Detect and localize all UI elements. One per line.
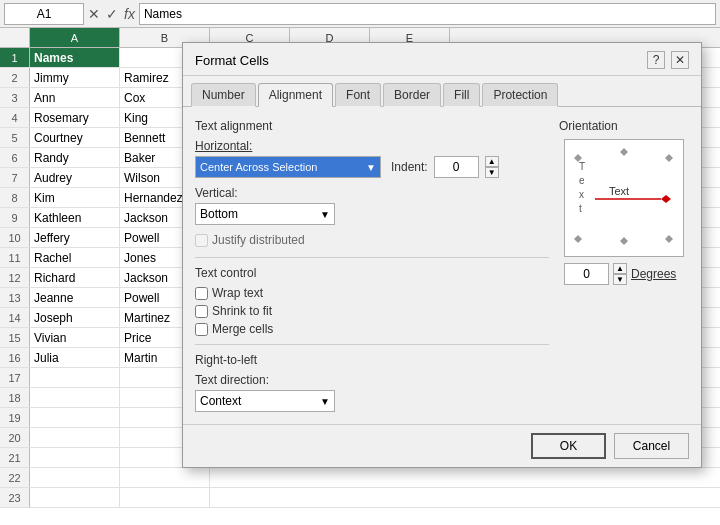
row-number-19[interactable]: 19 bbox=[0, 408, 30, 427]
degrees-input[interactable] bbox=[564, 263, 609, 285]
cell-a7[interactable]: Audrey bbox=[30, 168, 120, 187]
cell-a12[interactable]: Richard bbox=[30, 268, 120, 287]
tab-alignment[interactable]: Alignment bbox=[258, 83, 333, 107]
row-number-20[interactable]: 20 bbox=[0, 428, 30, 447]
tab-border[interactable]: Border bbox=[383, 83, 441, 107]
cell-a9[interactable]: Kathleen bbox=[30, 208, 120, 227]
indent-down-icon[interactable]: ▼ bbox=[485, 167, 499, 178]
row-number-22[interactable]: 22 bbox=[0, 468, 30, 487]
degrees-up-icon[interactable]: ▲ bbox=[613, 263, 627, 274]
cell-a23[interactable] bbox=[30, 488, 120, 507]
row-number-3[interactable]: 3 bbox=[0, 88, 30, 107]
row-number-8[interactable]: 8 bbox=[0, 188, 30, 207]
row-number-6[interactable]: 6 bbox=[0, 148, 30, 167]
row-number-10[interactable]: 10 bbox=[0, 228, 30, 247]
cell-a2[interactable]: Jimmy bbox=[30, 68, 120, 87]
row-number-15[interactable]: 15 bbox=[0, 328, 30, 347]
diamond-bottom-left bbox=[574, 235, 582, 243]
confirm-formula-icon[interactable]: ✓ bbox=[106, 6, 118, 22]
tab-number[interactable]: Number bbox=[191, 83, 256, 107]
formula-input[interactable] bbox=[139, 3, 716, 25]
indent-spinner[interactable]: ▲ ▼ bbox=[485, 156, 499, 178]
col-header-a[interactable]: A bbox=[30, 28, 120, 47]
text-direction-select[interactable]: Context ▼ bbox=[195, 390, 335, 412]
cell-a21[interactable] bbox=[30, 448, 120, 467]
row-number-5[interactable]: 5 bbox=[0, 128, 30, 147]
format-cells-dialog[interactable]: Format Cells ? ✕ Number Alignment Font B… bbox=[182, 42, 702, 468]
cancel-formula-icon[interactable]: ✕ bbox=[88, 6, 100, 22]
row-number-18[interactable]: 18 bbox=[0, 388, 30, 407]
tab-protection[interactable]: Protection bbox=[482, 83, 558, 107]
row-number-23[interactable]: 23 bbox=[0, 488, 30, 507]
dialog-body: Text alignment Horizontal: Center Across… bbox=[183, 107, 701, 424]
row-number-1[interactable]: 1 bbox=[0, 48, 30, 67]
row-number-11[interactable]: 11 bbox=[0, 248, 30, 267]
indent-input[interactable] bbox=[434, 156, 479, 178]
cell-a15[interactable]: Vivian bbox=[30, 328, 120, 347]
divider-2 bbox=[195, 344, 549, 345]
cell-reference-box[interactable] bbox=[4, 3, 84, 25]
row-header-spacer bbox=[0, 28, 30, 47]
row-number-9[interactable]: 9 bbox=[0, 208, 30, 227]
merge-cells-label[interactable]: Merge cells bbox=[195, 322, 549, 336]
shrink-to-fit-checkbox[interactable] bbox=[195, 305, 208, 318]
cell-a5[interactable]: Courtney bbox=[30, 128, 120, 147]
vertical-select[interactable]: Bottom ▼ bbox=[195, 203, 335, 225]
horizontal-select[interactable]: Center Across Selection ▼ bbox=[195, 156, 381, 178]
cell-a4[interactable]: Rosemary bbox=[30, 108, 120, 127]
cell-a20[interactable] bbox=[30, 428, 120, 447]
cancel-button[interactable]: Cancel bbox=[614, 433, 689, 459]
justify-checkbox-label[interactable]: Justify distributed bbox=[195, 233, 305, 247]
row-number-17[interactable]: 17 bbox=[0, 368, 30, 387]
cell-a8[interactable]: Kim bbox=[30, 188, 120, 207]
dialog-titlebar: Format Cells ? ✕ bbox=[183, 43, 701, 76]
tab-font[interactable]: Font bbox=[335, 83, 381, 107]
horizontal-label: Horizontal: bbox=[195, 139, 549, 153]
justify-label-text: Justify distributed bbox=[212, 233, 305, 247]
cell-a6[interactable]: Randy bbox=[30, 148, 120, 167]
horizontal-row: Center Across Selection ▼ Indent: ▲ ▼ bbox=[195, 156, 549, 178]
merge-cells-text: Merge cells bbox=[212, 322, 273, 336]
row-number-16[interactable]: 16 bbox=[0, 348, 30, 367]
cell-b22[interactable] bbox=[120, 468, 210, 487]
horizontal-arrow-icon: ▼ bbox=[366, 162, 376, 173]
dialog-close-button[interactable]: ✕ bbox=[671, 51, 689, 69]
dialog-footer: OK Cancel bbox=[183, 424, 701, 467]
wrap-text-checkbox[interactable] bbox=[195, 287, 208, 300]
justify-checkbox[interactable] bbox=[195, 234, 208, 247]
cell-a17[interactable] bbox=[30, 368, 120, 387]
row-number-7[interactable]: 7 bbox=[0, 168, 30, 187]
cell-a1[interactable]: Names bbox=[30, 48, 120, 67]
text-direction-value: Context bbox=[200, 394, 241, 408]
dialog-help-button[interactable]: ? bbox=[647, 51, 665, 69]
diamond-bottom-center bbox=[620, 237, 628, 245]
merge-cells-checkbox[interactable] bbox=[195, 323, 208, 336]
shrink-to-fit-label[interactable]: Shrink to fit bbox=[195, 304, 549, 318]
cell-a18[interactable] bbox=[30, 388, 120, 407]
cell-a11[interactable]: Rachel bbox=[30, 248, 120, 267]
orientation-box[interactable]: T e x t Text bbox=[564, 139, 684, 257]
tab-fill[interactable]: Fill bbox=[443, 83, 480, 107]
cell-b23[interactable] bbox=[120, 488, 210, 507]
cell-a16[interactable]: Julia bbox=[30, 348, 120, 367]
degrees-spinner[interactable]: ▲ ▼ bbox=[613, 263, 627, 285]
row-number-12[interactable]: 12 bbox=[0, 268, 30, 287]
wrap-text-label[interactable]: Wrap text bbox=[195, 286, 549, 300]
cell-a10[interactable]: Jeffery bbox=[30, 228, 120, 247]
rtl-section: Right-to-left Text direction: Context ▼ bbox=[195, 353, 549, 412]
cell-a3[interactable]: Ann bbox=[30, 88, 120, 107]
cell-a19[interactable] bbox=[30, 408, 120, 427]
cell-a14[interactable]: Joseph bbox=[30, 308, 120, 327]
cell-a22[interactable] bbox=[30, 468, 120, 487]
indent-up-icon[interactable]: ▲ bbox=[485, 156, 499, 167]
text-t: T bbox=[579, 161, 585, 172]
row-number-14[interactable]: 14 bbox=[0, 308, 30, 327]
degrees-down-icon[interactable]: ▼ bbox=[613, 274, 627, 285]
dialog-title: Format Cells bbox=[195, 53, 269, 68]
cell-a13[interactable]: Jeanne bbox=[30, 288, 120, 307]
row-number-21[interactable]: 21 bbox=[0, 448, 30, 467]
ok-button[interactable]: OK bbox=[531, 433, 606, 459]
row-number-13[interactable]: 13 bbox=[0, 288, 30, 307]
row-number-2[interactable]: 2 bbox=[0, 68, 30, 87]
row-number-4[interactable]: 4 bbox=[0, 108, 30, 127]
